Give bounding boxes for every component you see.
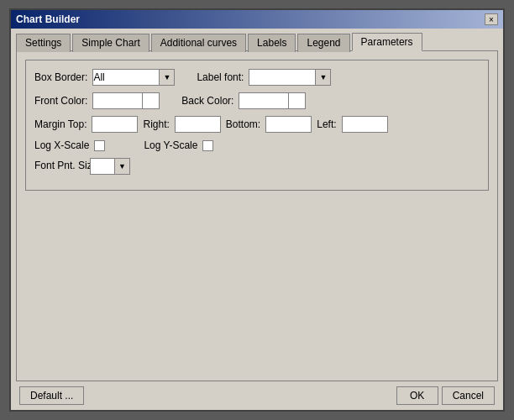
back-color-swatch[interactable]	[289, 92, 306, 109]
front-color-wrapper	[92, 92, 160, 109]
font-pnt-dropdown-btn[interactable]: ▼	[115, 158, 130, 175]
default-button[interactable]: Default ...	[19, 386, 84, 405]
row-font-pnt: Font Pnt. Size ▼	[34, 158, 480, 175]
front-color-label: Front Color:	[34, 95, 87, 107]
bottom-input[interactable]	[265, 116, 312, 133]
label-font-dropdown-btn[interactable]: ▼	[316, 69, 331, 86]
tab-labels[interactable]: Labels	[248, 34, 296, 52]
back-color-wrapper	[239, 92, 306, 109]
dialog-title: Chart Builder	[16, 13, 80, 25]
title-bar: Chart Builder ×	[11, 10, 503, 29]
row-box-border: Box Border: ▼ Label font: ▼	[34, 69, 480, 86]
font-pnt-size-label: Font Pnt. Size	[34, 160, 85, 173]
tab-additional-curves[interactable]: Additional curves	[151, 34, 246, 52]
back-color-input[interactable]	[239, 92, 289, 109]
back-color-label: Back Color:	[181, 95, 233, 107]
tab-legend[interactable]: Legend	[297, 34, 349, 52]
row-colors: Front Color: Back Color:	[34, 92, 480, 109]
log-y-scale-label: Log Y-Scale	[144, 139, 197, 151]
tab-simple-chart[interactable]: Simple Chart	[72, 34, 149, 52]
label-font-label: Label font:	[197, 71, 244, 83]
row-margins: Margin Top: Right: Bottom: Left:	[34, 116, 480, 133]
font-pnt-dropdown-wrapper: ▼	[90, 158, 130, 175]
box-border-label: Box Border:	[34, 71, 87, 83]
tab-bar: Settings Simple Chart Additional curves …	[11, 29, 503, 50]
margin-top-input[interactable]	[92, 116, 138, 133]
front-color-input[interactable]	[92, 92, 143, 109]
right-input[interactable]	[175, 116, 221, 133]
box-border-dropdown-btn[interactable]: ▼	[160, 69, 175, 86]
font-pnt-input[interactable]	[90, 158, 115, 175]
tab-parameters[interactable]: Parameters	[352, 33, 422, 51]
left-input[interactable]	[342, 116, 388, 133]
margin-top-label: Margin Top:	[34, 118, 87, 130]
bottom-label: Bottom:	[226, 118, 260, 130]
cancel-button[interactable]: Cancel	[442, 386, 495, 405]
front-color-swatch[interactable]	[143, 92, 160, 109]
box-border-dropdown-wrapper: ▼	[92, 69, 175, 86]
log-x-scale-checkbox[interactable]	[94, 140, 105, 151]
ok-cancel-group: OK Cancel	[396, 386, 495, 405]
bottom-bar: Default ... OK Cancel	[11, 381, 503, 410]
log-x-scale-label: Log X-Scale	[34, 139, 89, 151]
chart-builder-dialog: Chart Builder × Settings Simple Chart Ad…	[9, 8, 505, 412]
box-border-input[interactable]	[92, 69, 160, 86]
parameters-panel: Box Border: ▼ Label font: ▼ Front Color:	[25, 60, 489, 191]
right-label: Right:	[143, 118, 169, 130]
log-y-scale-checkbox[interactable]	[202, 140, 213, 151]
ok-button[interactable]: OK	[396, 386, 438, 405]
close-button[interactable]: ×	[485, 13, 498, 25]
row-log-scales: Log X-Scale Log Y-Scale	[34, 139, 480, 151]
left-label: Left:	[317, 118, 336, 130]
label-font-dropdown-wrapper: ▼	[249, 69, 331, 86]
label-font-input[interactable]	[249, 69, 316, 86]
tab-settings[interactable]: Settings	[16, 34, 71, 52]
content-area: Box Border: ▼ Label font: ▼ Front Color:	[16, 50, 498, 381]
